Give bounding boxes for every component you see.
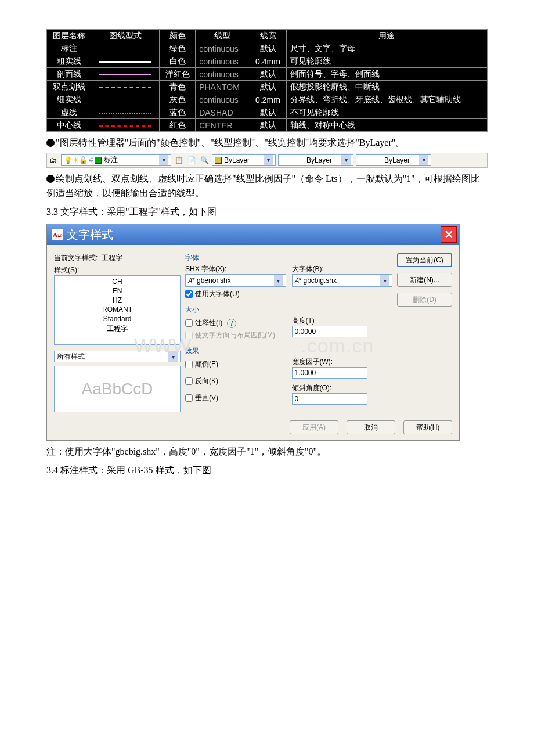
match-orient-checkbox: 使文字方向与布局匹配(M) bbox=[185, 330, 286, 340]
table-header: 用途 bbox=[286, 30, 488, 42]
layer-name-label: 标注 bbox=[104, 155, 118, 165]
style-list-item[interactable]: ROMANT bbox=[55, 305, 180, 314]
bigfont-combo[interactable]: 𝘈* gbcbig.shx ▾ bbox=[292, 274, 393, 287]
style-listbox[interactable]: CHENHZROMANTStandard工程字 bbox=[54, 275, 181, 345]
bigfont-label: 大字体(B): bbox=[292, 264, 393, 274]
paragraph-dimstyle-heading: 3.4 标注样式：采用 GB-35 样式，如下图 bbox=[46, 463, 488, 478]
close-button[interactable]: ✕ bbox=[441, 226, 457, 243]
plot-icon: 🖨 bbox=[88, 156, 95, 164]
color-combo[interactable]: ByLayer ▾ bbox=[212, 154, 276, 166]
textstyle-icon: A₁₀ bbox=[52, 229, 63, 240]
oblique-label: 倾斜角度(O): bbox=[292, 383, 393, 393]
checkbox-icon[interactable] bbox=[185, 361, 193, 368]
checkbox-icon[interactable] bbox=[185, 394, 193, 402]
height-label: 高度(T) bbox=[292, 316, 393, 326]
style-list-item[interactable]: 工程字 bbox=[55, 323, 180, 334]
current-style-row: 当前文字样式: 工程字 bbox=[54, 253, 181, 263]
layer-combo[interactable]: 💡 ☀ 🔓 🖨 标注 ▾ bbox=[61, 154, 171, 166]
apply-button: 应用(A) bbox=[290, 420, 338, 434]
delete-style-button: 删除(D) bbox=[397, 293, 452, 307]
paragraph-textstyle-heading: 3.3 文字样式：采用"工程字"样式，如下图 bbox=[46, 204, 488, 219]
table-header: 线宽 bbox=[250, 30, 286, 42]
line-sample-icon bbox=[281, 160, 304, 160]
shx-font-combo[interactable]: 𝘈* gbenor.shx ▾ bbox=[185, 274, 286, 287]
checkbox-icon[interactable] bbox=[185, 290, 193, 298]
linetype-combo[interactable]: ByLayer ▾ bbox=[278, 154, 353, 166]
dropdown-icon[interactable]: ▾ bbox=[264, 155, 273, 165]
checkbox-icon[interactable] bbox=[185, 377, 193, 385]
lock-icon: 🔓 bbox=[79, 156, 88, 164]
help-button[interactable]: 帮助(H) bbox=[403, 420, 452, 434]
linetype-label: ByLayer bbox=[306, 156, 332, 164]
color-swatch-icon bbox=[215, 157, 222, 164]
paragraph-lts: 绘制点划线、双点划线、虚线时应正确选择"线型比例因子"（命令 Lts），一般默认… bbox=[46, 171, 488, 201]
table-header: 线型 bbox=[196, 30, 250, 42]
table-row: 剖面线洋红色continuous默认剖面符号、字母、剖面线 bbox=[47, 68, 488, 81]
style-list-item[interactable]: EN bbox=[55, 286, 180, 296]
effect-group-label: 效果 bbox=[185, 346, 392, 356]
table-row: 虚线蓝色DASHAD默认不可见轮廓线 bbox=[47, 106, 488, 119]
sun-icon: ☀ bbox=[73, 156, 79, 164]
checkbox-icon[interactable] bbox=[185, 319, 193, 327]
layer-states-icon[interactable]: 📋 bbox=[173, 154, 185, 166]
annotative-checkbox[interactable]: 注释性(I) i bbox=[185, 318, 286, 328]
style-filter-combo[interactable]: 所有样式 ▾ bbox=[54, 351, 181, 362]
table-header: 图线型式 bbox=[92, 30, 159, 42]
dropdown-icon[interactable]: ▾ bbox=[380, 275, 389, 286]
dropdown-icon[interactable]: ▾ bbox=[159, 155, 168, 165]
table-header: 图层名称 bbox=[47, 30, 92, 42]
bigfont-value: gbcbig.shx bbox=[304, 276, 337, 285]
layer-previous-icon[interactable]: 📄 bbox=[186, 154, 197, 166]
table-row: 粗实线白色continuous0.4mm可见轮廓线 bbox=[47, 55, 488, 68]
layer-color-swatch bbox=[95, 157, 102, 164]
table-header: 颜色 bbox=[160, 30, 196, 42]
table-row: 细实线灰色continuous0.2mm分界线、弯折线、牙底线、齿根线、其它辅助… bbox=[47, 93, 488, 106]
layer-walk-icon[interactable]: 🔍 bbox=[199, 154, 210, 166]
bullet-icon bbox=[46, 139, 55, 147]
lightbulb-icon: 💡 bbox=[64, 156, 73, 164]
vertical-checkbox[interactable]: 垂直(V) bbox=[185, 393, 286, 403]
shx-font-label: SHX 字体(X): bbox=[185, 264, 286, 274]
shx-font-value: gbenor.shx bbox=[197, 276, 231, 285]
layer-toolbar: 🗂 💡 ☀ 🔓 🖨 标注 ▾ 📋 📄 🔍 ByLayer ▾ ByLayer ▾… bbox=[46, 153, 488, 168]
new-style-button[interactable]: 新建(N)... bbox=[397, 273, 452, 287]
table-row: 双点划线青色PHANTOM默认假想投影轮廓线、中断线 bbox=[47, 81, 488, 93]
size-group-label: 大小 bbox=[185, 305, 392, 315]
oblique-input[interactable]: 0 bbox=[292, 393, 367, 405]
table-row: 标注绿色continuous默认尺寸、文字、字母 bbox=[47, 42, 488, 55]
height-input[interactable]: 0.0000 bbox=[292, 326, 367, 337]
backwards-checkbox[interactable]: 反向(K) bbox=[185, 376, 286, 386]
dropdown-icon[interactable]: ▾ bbox=[419, 155, 428, 165]
style-list-item[interactable]: Standard bbox=[55, 314, 180, 323]
use-bigfont-checkbox[interactable]: 使用大字体(U) bbox=[185, 289, 286, 299]
width-factor-input[interactable]: 1.0000 bbox=[292, 367, 367, 379]
info-icon[interactable]: i bbox=[227, 319, 236, 328]
style-list-item[interactable]: CH bbox=[55, 277, 180, 286]
paragraph-note: 注：使用大字体"gbcbig.shx"，高度"0"，宽度因子"1"，倾斜角度"0… bbox=[46, 444, 488, 459]
paragraph-bylayer: "图层特性管理器"后面的"颜色控制"、"线型控制"、"线宽控制"均要求选择"By… bbox=[46, 135, 488, 150]
font-icon: 𝘈* bbox=[295, 276, 302, 285]
color-label: ByLayer bbox=[224, 156, 250, 164]
dialog-titlebar: A₁₀ 文字样式 ✕ bbox=[47, 224, 459, 245]
filter-label: 所有样式 bbox=[57, 352, 85, 362]
checkbox-icon bbox=[185, 332, 193, 339]
layer-manager-icon[interactable]: 🗂 bbox=[48, 154, 59, 166]
styles-label: 样式(S): bbox=[54, 265, 181, 275]
font-group-label: 字体 bbox=[185, 253, 392, 263]
lineweight-label: ByLayer bbox=[384, 156, 410, 164]
dialog-title: 文字样式 bbox=[67, 227, 113, 243]
upside-checkbox[interactable]: 颠倒(E) bbox=[185, 359, 286, 369]
dropdown-icon[interactable]: ▾ bbox=[168, 351, 178, 362]
style-list-item[interactable]: HZ bbox=[55, 296, 180, 305]
bullet-icon bbox=[46, 175, 55, 183]
text-style-dialog: A₁₀ 文字样式 ✕ WWW .com.cn 当前文字样式: 工程字 样式(S)… bbox=[46, 224, 460, 441]
line-sample-icon bbox=[359, 160, 382, 160]
dropdown-icon[interactable]: ▾ bbox=[274, 275, 283, 286]
cancel-button[interactable]: 取消 bbox=[347, 420, 395, 434]
font-icon: 𝘈* bbox=[188, 276, 195, 285]
set-current-button[interactable]: 置为当前(C) bbox=[397, 253, 452, 267]
lineweight-combo[interactable]: ByLayer ▾ bbox=[356, 154, 431, 166]
dropdown-icon[interactable]: ▾ bbox=[341, 155, 351, 165]
style-preview: AaBbCcD bbox=[54, 366, 181, 412]
layer-table: 图层名称图线型式颜色线型线宽用途 标注绿色continuous默认尺寸、文字、字… bbox=[46, 29, 488, 132]
